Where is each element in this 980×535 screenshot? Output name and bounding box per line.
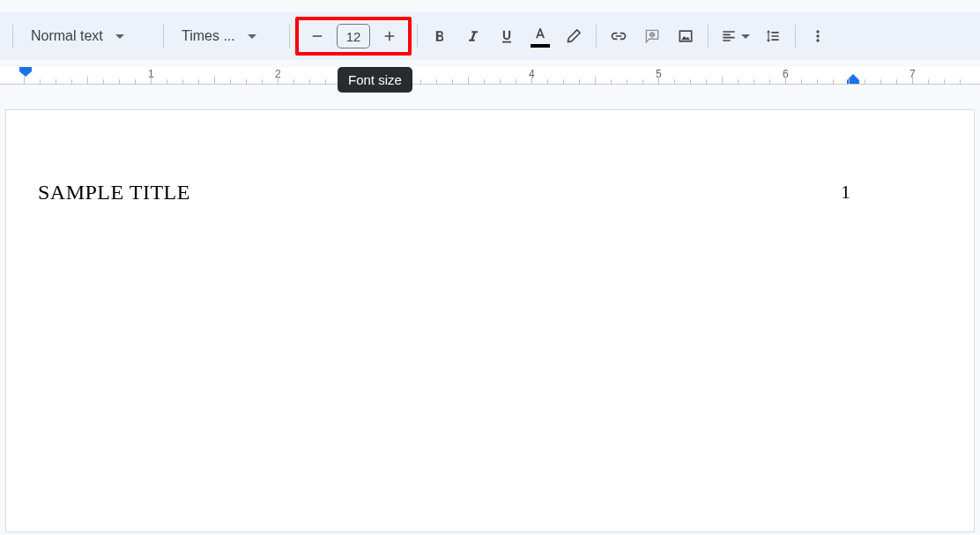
ruler-tick [833, 79, 834, 84]
separator [417, 25, 418, 48]
ruler-tick [325, 79, 326, 84]
paragraph-style-dropdown[interactable]: Normal text [19, 21, 158, 51]
ruler-tick [484, 79, 485, 84]
more-options-button[interactable] [803, 21, 833, 51]
ruler-tick [246, 79, 247, 84]
ruler-tick [56, 79, 56, 84]
ruler-tick [674, 79, 675, 84]
svg-point-2 [816, 34, 819, 37]
ruler-tick [880, 79, 881, 84]
svg-point-1 [816, 30, 819, 33]
ruler-tick [87, 77, 88, 84]
ruler-tick [627, 79, 627, 84]
insert-image-button[interactable] [671, 21, 701, 51]
ruler-tick [817, 79, 818, 84]
ruler-tick [928, 79, 929, 84]
underline-button[interactable] [492, 21, 522, 51]
insert-link-button[interactable] [604, 21, 634, 51]
ruler-left-indent-marker[interactable] [19, 67, 33, 84]
ruler-tick [595, 77, 596, 84]
separator [163, 25, 164, 48]
ruler-tick [40, 79, 41, 84]
ruler-tick [214, 77, 215, 84]
ruler-tick [119, 79, 120, 84]
ruler-tick [690, 79, 691, 84]
ruler-tick [658, 77, 659, 84]
ruler-tick [262, 79, 263, 84]
bold-button[interactable] [425, 21, 455, 51]
text-color-swatch [531, 44, 550, 48]
ruler-tick [436, 79, 437, 84]
separator [596, 25, 597, 48]
decrease-font-size-button[interactable] [305, 24, 330, 48]
page-number: 1 [841, 181, 850, 204]
font-family-dropdown[interactable]: Times ... [169, 21, 284, 51]
svg-point-3 [816, 39, 819, 41]
document-header-text[interactable]: SAMPLE TITLE [38, 181, 889, 204]
ruler-tick [611, 79, 612, 84]
ruler-tick [278, 77, 278, 84]
ruler-tick [896, 79, 897, 84]
ruler-tick [167, 79, 167, 84]
toolbar: Normal text Times ... [0, 12, 980, 60]
separator [795, 25, 796, 48]
font-size-tooltip: Font size [338, 67, 412, 93]
ruler-tick [722, 77, 723, 84]
separator [708, 25, 709, 48]
document-canvas: SAMPLE TITLE 1 [0, 85, 980, 532]
ruler-tick [944, 79, 945, 84]
separator [289, 25, 290, 48]
ruler-tick [785, 77, 786, 84]
ruler-tick [849, 77, 850, 84]
ruler-tick [706, 79, 707, 84]
chevron-down-icon [741, 34, 750, 39]
ruler-tick [531, 77, 532, 84]
ruler-tick [960, 79, 961, 84]
ruler-tick [71, 79, 72, 84]
increase-font-size-button[interactable] [377, 24, 402, 48]
align-button[interactable] [716, 21, 754, 51]
ruler-tick [579, 79, 580, 84]
line-spacing-button[interactable] [758, 21, 788, 51]
ruler-tick [642, 79, 643, 84]
ruler-tick [738, 79, 739, 84]
font-family-label: Times ... [182, 28, 235, 44]
ruler-tick [769, 79, 770, 84]
ruler[interactable]: 1234567 [0, 67, 980, 85]
add-comment-button[interactable] [637, 21, 667, 51]
ruler-tick [293, 79, 294, 84]
text-color-button[interactable] [525, 21, 555, 51]
ruler-tick [801, 79, 802, 84]
ruler-tick [151, 77, 152, 84]
ruler-tick [563, 79, 564, 84]
ruler-tick [182, 79, 183, 84]
ruler-tick [912, 77, 913, 84]
ruler-tick [198, 79, 199, 84]
ruler-tick [230, 79, 231, 84]
page[interactable]: SAMPLE TITLE 1 [5, 109, 975, 532]
ruler-tick [309, 79, 310, 84]
ruler-tick [420, 79, 421, 84]
highlight-color-button[interactable] [559, 21, 589, 51]
ruler-tick [865, 79, 865, 84]
ruler-tick [547, 79, 548, 84]
ruler-tick [500, 79, 501, 84]
separator [12, 25, 13, 48]
paragraph-style-label: Normal text [31, 28, 103, 44]
ruler-tick [516, 79, 516, 84]
ruler-tick [468, 77, 469, 84]
italic-button[interactable] [458, 21, 488, 51]
ruler-tick [103, 79, 104, 84]
chevron-down-icon [115, 34, 124, 39]
chevron-down-icon [248, 34, 256, 39]
font-size-input[interactable] [337, 24, 370, 48]
ruler-tick [135, 79, 136, 84]
font-size-group [295, 17, 412, 56]
ruler-tick [452, 79, 453, 84]
ruler-tick [754, 79, 754, 84]
ruler-tick [24, 77, 25, 84]
